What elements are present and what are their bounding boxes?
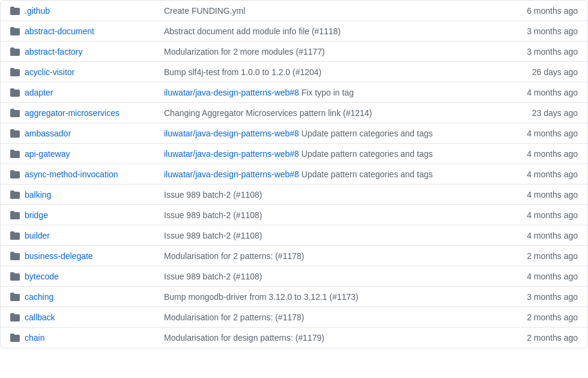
commit-message: iluwatar/java-design-patterns-web#8 Upda… — [154, 169, 512, 179]
file-name-link[interactable]: abstract-document — [25, 26, 94, 36]
folder-icon — [10, 129, 20, 138]
commit-text: Bump slf4j-test from 1.0.0 to 1.2.0 (#12… — [164, 67, 321, 77]
commit-prefix-link[interactable]: iluwatar/java-design-patterns-web#8 — [164, 129, 299, 138]
commit-message: Issue 989 batch-2 (#1108) — [154, 272, 512, 281]
commit-message: Issue 989 batch-2 (#1108) — [154, 231, 512, 240]
commit-text: Update pattern categories and tags — [299, 149, 433, 159]
folder-icon — [10, 149, 20, 159]
table-row: abstract-factoryModularization for 2 mor… — [1, 41, 587, 62]
commit-text: Issue 989 batch-2 (#1108) — [164, 231, 262, 240]
commit-message: Bump mongodb-driver from 3.12.0 to 3.12.… — [154, 292, 512, 302]
commit-text: Update pattern categories and tags — [299, 169, 433, 179]
table-row: aggregator-microservicesChanging Aggrega… — [1, 103, 587, 123]
commit-time: 6 months ago — [512, 6, 578, 16]
commit-text: Issue 989 batch-2 (#1108) — [164, 272, 262, 281]
commit-time: 2 months ago — [512, 251, 578, 261]
table-row: api-gatewayiluwatar/java-design-patterns… — [1, 144, 587, 164]
file-name-link[interactable]: acyclic-visitor — [25, 67, 74, 77]
file-name-link[interactable]: adapter — [25, 88, 53, 97]
commit-text: Issue 989 batch-2 (#1108) — [164, 210, 262, 220]
folder-icon — [10, 169, 20, 179]
table-row: bytecodeIssue 989 batch-2 (#1108)4 month… — [1, 266, 587, 287]
file-name-link[interactable]: bytecode — [25, 272, 59, 281]
commit-time: 4 months ago — [512, 169, 578, 179]
commit-message: Modularisation for 2 patterns: (#1178) — [154, 251, 512, 261]
file-name-link[interactable]: balking — [25, 190, 51, 200]
commit-message: Create FUNDING.yml — [154, 6, 512, 16]
folder-icon — [10, 210, 20, 220]
file-name-link[interactable]: builder — [25, 231, 50, 240]
folder-icon — [10, 292, 20, 302]
commit-time: 26 days ago — [512, 67, 578, 77]
table-row: cachingBump mongodb-driver from 3.12.0 t… — [1, 287, 587, 307]
file-name-link[interactable]: bridge — [25, 210, 48, 220]
folder-icon — [10, 6, 20, 16]
commit-time: 4 months ago — [512, 88, 578, 97]
commit-text: Modularisation for 2 patterns: (#1178) — [164, 251, 304, 261]
commit-time: 2 months ago — [512, 312, 578, 322]
file-name-link[interactable]: async-method-invocation — [25, 169, 118, 179]
folder-icon — [10, 26, 20, 36]
commit-time: 3 months ago — [512, 292, 578, 302]
commit-message: Bump slf4j-test from 1.0.0 to 1.2.0 (#12… — [154, 67, 512, 77]
commit-time: 2 months ago — [512, 333, 578, 343]
commit-time: 3 months ago — [512, 26, 578, 36]
folder-icon — [10, 88, 20, 97]
table-row: ambassadoriluwatar/java-design-patterns-… — [1, 123, 587, 144]
commit-time: 4 months ago — [512, 272, 578, 281]
commit-message: iluwatar/java-design-patterns-web#8 Upda… — [154, 129, 512, 138]
folder-icon — [10, 47, 20, 56]
folder-icon — [10, 251, 20, 261]
table-row: business-delegateModularisation for 2 pa… — [1, 246, 587, 266]
commit-time: 4 months ago — [512, 149, 578, 159]
commit-time: 23 days ago — [512, 108, 578, 118]
file-name-link[interactable]: business-delegate — [25, 251, 93, 261]
table-row: balkingIssue 989 batch-2 (#1108)4 months… — [1, 184, 587, 205]
commit-prefix-link[interactable]: iluwatar/java-design-patterns-web#8 — [164, 88, 299, 97]
commit-text: Create FUNDING.yml — [164, 6, 245, 16]
commit-prefix-link[interactable]: iluwatar/java-design-patterns-web#8 — [164, 169, 299, 179]
table-row: acyclic-visitorBump slf4j-test from 1.0.… — [1, 62, 587, 82]
commit-time: 3 months ago — [512, 47, 578, 56]
commit-text: Modularisation for 2 patterns: (#1178) — [164, 312, 304, 322]
folder-icon — [10, 231, 20, 240]
commit-message: Issue 989 batch-2 (#1108) — [154, 210, 512, 220]
file-name-link[interactable]: caching — [25, 292, 53, 302]
table-row: bridgeIssue 989 batch-2 (#1108)4 months … — [1, 205, 587, 225]
commit-prefix-link[interactable]: iluwatar/java-design-patterns-web#8 — [164, 149, 299, 159]
folder-icon — [10, 67, 20, 77]
commit-time: 4 months ago — [512, 231, 578, 240]
file-name-link[interactable]: abstract-factory — [25, 47, 82, 56]
file-name-link[interactable]: aggregator-microservices — [25, 108, 120, 118]
commit-message: Abstract document add module info file (… — [154, 26, 512, 36]
commit-text: Fix typo in tag — [299, 88, 354, 97]
folder-icon — [10, 108, 20, 118]
commit-message: Modularisation for 2 patterns: (#1178) — [154, 312, 512, 322]
commit-time: 4 months ago — [512, 190, 578, 200]
commit-time: 4 months ago — [512, 210, 578, 220]
commit-message: Modularisation for design patterns: (#11… — [154, 333, 512, 343]
folder-icon — [10, 190, 20, 200]
commit-text: Issue 989 batch-2 (#1108) — [164, 190, 262, 200]
table-row: .githubCreate FUNDING.yml6 months ago — [1, 1, 587, 21]
file-name-link[interactable]: ambassador — [25, 129, 71, 138]
commit-text: Modularization for 2 more modules (#1177… — [164, 47, 325, 56]
commit-text: Changing Aggregator Microservices patter… — [164, 108, 372, 118]
table-row: chainModularisation for design patterns:… — [1, 328, 587, 348]
folder-icon — [10, 333, 20, 343]
commit-time: 4 months ago — [512, 129, 578, 138]
file-name-link[interactable]: chain — [25, 333, 44, 343]
file-name-link[interactable]: api-gateway — [25, 149, 70, 159]
table-row: callbackModularisation for 2 patterns: (… — [1, 307, 587, 328]
folder-icon — [10, 272, 20, 281]
commit-message: Issue 989 batch-2 (#1108) — [154, 190, 512, 200]
commit-text: Update pattern categories and tags — [299, 129, 433, 138]
table-row: abstract-documentAbstract document add m… — [1, 21, 587, 41]
commit-text: Abstract document add module info file (… — [164, 26, 341, 36]
table-row: builderIssue 989 batch-2 (#1108)4 months… — [1, 225, 587, 246]
file-name-link[interactable]: callback — [25, 312, 55, 322]
file-name-link[interactable]: .github — [25, 6, 50, 16]
folder-icon — [10, 312, 20, 322]
commit-text: Modularisation for design patterns: (#11… — [164, 333, 324, 343]
table-row: adapteriluwatar/java-design-patterns-web… — [1, 82, 587, 103]
